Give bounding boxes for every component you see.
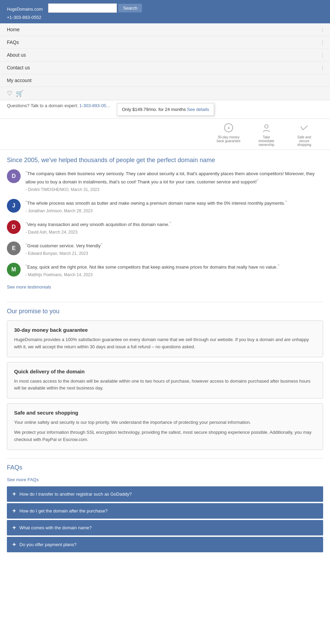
testimonial-author-3: - David Ash, March 24, 2023 <box>25 230 323 235</box>
promise-card-text-2: In most cases access to the domain will … <box>14 378 316 392</box>
faq-plus-icon-4: + <box>12 541 16 548</box>
testimonial-content-5: Easy, quick and the right price. Not lik… <box>25 263 323 277</box>
promise-card-title-3: Safe and secure shopping <box>14 410 316 416</box>
svg-text:★: ★ <box>227 126 230 130</box>
avatar-initial-2: J <box>12 203 15 209</box>
avatar-initial-3: D <box>12 224 16 230</box>
nav-divider: | <box>322 39 323 45</box>
faq-plus-icon-2: + <box>12 507 16 515</box>
guarantee-label: 30-day money back guarantee <box>217 135 241 143</box>
testimonial-text-4: Great customer service. Very friendly <box>25 241 323 250</box>
logo: HugeDomains.com <box>7 4 43 13</box>
search-form: Search <box>48 3 142 13</box>
main-section-title: Since 2005, we've helped thousands of pe… <box>7 157 323 164</box>
testimonial-content-1: The company takes their business very se… <box>25 169 323 192</box>
avatar-initial-4: E <box>12 245 16 251</box>
testimonial-author-4: - Edward Bunyan, March 21, 2023 <box>25 251 323 256</box>
shopping-label: Safe and secure shopping <box>292 135 316 147</box>
nav-item-faqs[interactable]: FAQs | <box>0 36 330 49</box>
promise-card-text-3b: We protect your information through SSL … <box>14 429 316 443</box>
promise-card-text-3a: Your online safety and security is our t… <box>14 419 316 426</box>
testimonial-content-2: The whole process was smooth as butter a… <box>25 199 323 213</box>
promise-icon-guarantee: ★ 30-day money back guarantee <box>217 122 241 147</box>
avatar-initial-1: D <box>12 173 16 179</box>
nav-label-about: About us <box>7 52 26 58</box>
testimonial-text-2: The whole process was smooth as butter a… <box>25 199 323 207</box>
nav-item-myaccount[interactable]: My account <box>0 74 330 87</box>
avatar-1: D <box>7 169 21 183</box>
our-promise-title: Our promise to you <box>7 308 323 315</box>
testimonial-content-4: Great customer service. Very friendly - … <box>25 241 323 256</box>
faq-label-2: How do I get the domain after the purcha… <box>20 508 108 513</box>
tooltip-link[interactable]: See details <box>187 107 209 112</box>
nav-divider: | <box>322 52 323 58</box>
search-button[interactable]: Search <box>118 4 142 12</box>
main-content: Since 2005, we've helped thousands of pe… <box>0 150 330 566</box>
avatar-5: M <box>7 263 21 276</box>
promise-card-shopping: Safe and secure shopping Your online saf… <box>7 403 323 450</box>
search-input[interactable] <box>48 3 117 13</box>
testimonial-text-1: The company takes their business very se… <box>25 169 323 186</box>
promise-card-text-1: HugeDomains provides a 100% satisfaction… <box>14 336 316 351</box>
testimonials-list: D The company takes their business very … <box>7 169 323 277</box>
faq-item-1[interactable]: + How do I transfer to another registrar… <box>7 486 323 502</box>
faq-label-4: Do you offer payment plans? <box>20 542 77 547</box>
nav-item-contact[interactable]: Contact us | <box>0 61 330 74</box>
nav-label-faqs: FAQs <box>7 39 19 45</box>
header: HugeDomains.com Search +1-303-893-0552 <box>0 0 330 23</box>
tooltip-box: Only $149.79/mo. for 24 months See detai… <box>117 103 214 116</box>
phone-number: +1-303-893-0552 <box>7 15 41 20</box>
testimonial-text-3: Very easy transaction and very smooth ac… <box>25 220 323 228</box>
nav-label-home: Home <box>7 27 20 32</box>
our-promise-section: Our promise to you 30-day money back gua… <box>7 308 323 450</box>
tooltip-text: Only $149.79/mo. for 24 months <box>122 107 187 112</box>
header-top: HugeDomains.com Search <box>7 3 323 13</box>
shopping-icon <box>298 122 310 134</box>
questions-bar: Questions? Talk to a domain expert: 1-30… <box>0 100 330 119</box>
faqs-see-more-link[interactable]: See more FAQs <box>7 477 38 482</box>
ownership-label: Take immediate ownership <box>254 135 278 147</box>
faqs-section: FAQs See more FAQs + How do I transfer t… <box>7 464 323 552</box>
section-divider-2 <box>7 458 323 459</box>
faq-label-1: How do I transfer to another registrar s… <box>20 492 132 497</box>
promise-card-delivery: Quick delivery of the domain In most cas… <box>7 362 323 399</box>
promise-card-guarantee: 30-day money back guarantee HugeDomains … <box>7 320 323 357</box>
testimonial-text-5: Easy, quick and the right price. Not lik… <box>25 263 323 271</box>
tooltip-container: Only $149.79/mo. for 24 months See detai… <box>117 103 214 116</box>
logo-suffix: .com <box>33 7 43 12</box>
promise-card-title-2: Quick delivery of the domain <box>14 369 316 374</box>
svg-point-2 <box>265 125 268 128</box>
questions-phone-link[interactable]: 1-303-893-05... <box>79 103 110 108</box>
nav-label-myaccount: My account <box>7 78 32 83</box>
testimonial-author-5: - Matthijs Poelmans, March 14, 2023 <box>25 272 323 277</box>
nav-item-home[interactable]: Home | <box>0 23 330 36</box>
promise-icon-ownership: Take immediate ownership <box>254 122 278 147</box>
see-more-testimonials-link[interactable]: See more testimonials <box>7 284 51 290</box>
testimonial-item: D The company takes their business very … <box>7 169 323 192</box>
wishlist-icon[interactable]: ♡ <box>7 90 12 97</box>
faq-item-4[interactable]: + Do you offer payment plans? <box>7 537 323 552</box>
faq-plus-icon-3: + <box>12 524 16 531</box>
nav-item-about[interactable]: About us | <box>0 49 330 61</box>
promise-icons-row: ★ 30-day money back guarantee Take immed… <box>0 119 330 150</box>
nav-divider: | <box>322 27 323 32</box>
testimonial-item: J The whole process was smooth as butter… <box>7 199 323 213</box>
ownership-icon <box>260 122 273 134</box>
faq-item-3[interactable]: + What comes with the domain name? <box>7 520 323 535</box>
faqs-title: FAQs <box>7 464 323 471</box>
nav-label-contact: Contact us <box>7 65 30 70</box>
promise-icon-shopping: Safe and secure shopping <box>292 122 316 147</box>
faq-label-3: What comes with the domain name? <box>20 525 92 530</box>
testimonial-content-3: Very easy transaction and very smooth ac… <box>25 220 323 235</box>
avatar-2: J <box>7 199 21 213</box>
testimonial-author-1: - Dmitrii TIMOSHENKO, March 31, 2023 <box>25 187 323 192</box>
promise-card-title-1: 30-day money back guarantee <box>14 327 316 333</box>
nav-divider: | <box>322 65 323 70</box>
questions-text: Questions? Talk to a domain expert: 1-30… <box>7 103 110 108</box>
testimonial-item: E Great customer service. Very friendly … <box>7 241 323 256</box>
cart-icon[interactable]: 🛒 <box>16 90 23 97</box>
faq-item-2[interactable]: + How do I get the domain after the purc… <box>7 503 323 519</box>
testimonial-author-2: - Jonathan Johnson, March 28, 2023 <box>25 208 323 213</box>
guarantee-icon: ★ <box>222 122 235 134</box>
nav-icons: ♡ 🛒 <box>0 87 330 100</box>
